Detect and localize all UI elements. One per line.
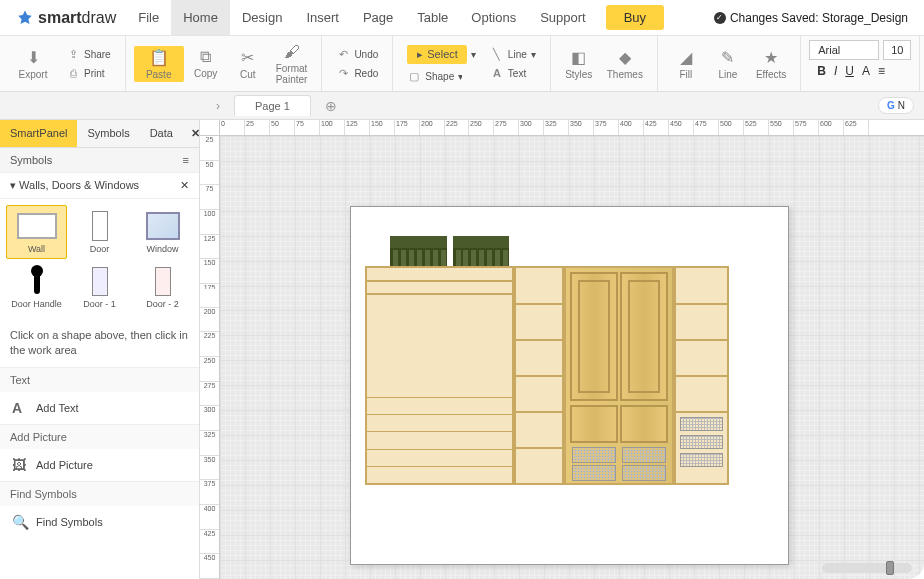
text-icon: A: [12, 400, 28, 416]
find-section-header: Find Symbols: [0, 482, 199, 506]
copy-icon: ⧉: [200, 48, 211, 66]
menu-home[interactable]: Home: [171, 0, 230, 35]
chevron-down-icon[interactable]: ▾: [531, 49, 536, 60]
paste-button[interactable]: 📋Paste: [134, 46, 184, 82]
main-menu: FileHomeDesignInsertPageTableOptionsSupp…: [126, 0, 597, 35]
close-icon[interactable]: ✕: [180, 179, 189, 192]
cut-button[interactable]: ✂Cut: [228, 46, 268, 82]
chevron-down-icon[interactable]: ▾: [471, 49, 476, 60]
add-picture-button[interactable]: 🖼Add Picture: [0, 449, 199, 481]
closet-drawing[interactable]: [365, 266, 774, 545]
italic-button[interactable]: I: [834, 64, 837, 78]
symbol-door-handle[interactable]: Door Handle: [6, 261, 67, 314]
save-status: ✓ Changes Saved: Storage_Design: [714, 11, 918, 25]
ruler-corner: [200, 120, 220, 136]
format-painter-button[interactable]: 🖌Format Painter: [270, 41, 314, 87]
share-icon: ⇪: [66, 48, 80, 61]
symbol-category-header[interactable]: ▾ Walls, Doors & Windows ✕: [0, 173, 199, 199]
shelf-unit[interactable]: [674, 266, 729, 485]
themes-icon: ◆: [619, 48, 631, 67]
search-icon: 🔍: [12, 514, 28, 530]
cut-icon: ✂: [241, 48, 254, 67]
shape-tool[interactable]: ▢Shape▾: [401, 68, 482, 85]
expand-tabs-icon[interactable]: ›: [210, 99, 226, 113]
brush-icon: 🖌: [284, 43, 300, 61]
chevron-down-icon[interactable]: ▾: [458, 71, 462, 82]
line-tool[interactable]: ╲Line▾: [484, 46, 542, 63]
symbol-door[interactable]: Door: [69, 205, 130, 259]
undo-icon: ↶: [336, 48, 350, 61]
star-icon: ★: [764, 48, 778, 67]
symbol-wall[interactable]: Wall: [6, 205, 67, 259]
font-color-button[interactable]: A: [862, 64, 870, 78]
font-family-select[interactable]: Arial: [809, 40, 879, 60]
logo: smartdraw: [6, 9, 126, 27]
picture-section-header: Add Picture: [0, 425, 199, 449]
menu-options[interactable]: Options: [460, 0, 528, 35]
symbol-door---2[interactable]: Door - 2: [132, 261, 193, 314]
menu-page[interactable]: Page: [351, 0, 405, 35]
cabinet-unit[interactable]: [564, 266, 674, 485]
menu-table[interactable]: Table: [405, 0, 460, 35]
bold-button[interactable]: B: [817, 64, 826, 78]
undo-button[interactable]: ↶Undo: [330, 46, 384, 63]
share-button[interactable]: ⇪Share: [60, 46, 117, 63]
shelf-unit[interactable]: [514, 266, 564, 485]
google-badge[interactable]: GN: [878, 97, 914, 114]
align-button[interactable]: ≡: [878, 64, 885, 78]
ribbon: ⬇Export ⇪Share ⎙Print 📋Paste ⧉Copy ✂Cut …: [0, 36, 924, 92]
zoom-slider[interactable]: [822, 563, 912, 573]
sidetab-smartpanel[interactable]: SmartPanel: [0, 120, 77, 147]
buy-button[interactable]: Buy: [606, 5, 664, 30]
check-icon: ✓: [714, 12, 726, 24]
redo-icon: ↷: [336, 67, 350, 80]
menu-design[interactable]: Design: [230, 0, 294, 35]
sidetab-symbols[interactable]: Symbols: [77, 120, 139, 147]
menu-insert[interactable]: Insert: [294, 0, 351, 35]
basket-shape[interactable]: [453, 236, 509, 266]
hanging-unit[interactable]: [365, 266, 514, 485]
canvas-grid[interactable]: [220, 136, 924, 579]
download-icon: ⬇: [27, 48, 40, 67]
menu-support[interactable]: Support: [528, 0, 598, 35]
find-symbols-button[interactable]: 🔍Find Symbols: [0, 506, 199, 538]
hint-text: Click on a shape above, then click in th…: [0, 320, 199, 367]
text-icon: A: [490, 67, 504, 79]
logo-icon: [16, 9, 34, 27]
ruler-horizontal: 0255075100125150175200225250275300325350…: [220, 120, 924, 136]
close-sidebar-button[interactable]: ✕: [183, 120, 200, 147]
menu-icon[interactable]: ≡: [183, 154, 189, 166]
symbols-section-header: Symbols ≡: [0, 148, 199, 173]
print-icon: ⎙: [66, 67, 80, 79]
pencil-icon: ✎: [721, 48, 734, 67]
cursor-icon: ▸: [417, 48, 423, 61]
print-button[interactable]: ⎙Print: [60, 65, 117, 81]
shape-icon: ▢: [407, 70, 421, 83]
add-page-button[interactable]: ⊕: [319, 98, 343, 114]
select-tool[interactable]: ▸Select▾: [401, 43, 482, 66]
underline-button[interactable]: U: [845, 64, 854, 78]
image-icon: 🖼: [12, 457, 28, 473]
themes-button[interactable]: ◆Themes: [601, 46, 649, 82]
canvas[interactable]: 0255075100125150175200225250275300325350…: [200, 120, 924, 579]
redo-button[interactable]: ↷Redo: [330, 65, 384, 82]
effects-button[interactable]: ★Effects: [750, 46, 792, 82]
copy-button[interactable]: ⧉Copy: [186, 46, 226, 81]
symbol-door---1[interactable]: Door - 1: [69, 261, 130, 314]
styles-button[interactable]: ◧Styles: [559, 46, 599, 82]
page-tab[interactable]: Page 1: [234, 95, 311, 116]
add-text-button[interactable]: AAdd Text: [0, 392, 199, 424]
google-icon: G: [887, 100, 895, 111]
text-tool[interactable]: AText: [484, 65, 542, 81]
sidetab-data[interactable]: Data: [140, 120, 183, 147]
export-button[interactable]: ⬇Export: [8, 46, 58, 82]
sidebar: SmartPanelSymbolsData✕ Symbols ≡ ▾ Walls…: [0, 120, 200, 579]
menu-file[interactable]: File: [126, 0, 171, 35]
line-style-button[interactable]: ✎Line: [708, 46, 748, 82]
fill-button[interactable]: ◢Fill: [666, 46, 706, 82]
basket-shape[interactable]: [390, 236, 447, 266]
fill-icon: ◢: [680, 48, 692, 67]
styles-icon: ◧: [571, 48, 586, 67]
font-size-select[interactable]: 10: [883, 40, 911, 60]
symbol-window[interactable]: Window: [132, 205, 193, 259]
